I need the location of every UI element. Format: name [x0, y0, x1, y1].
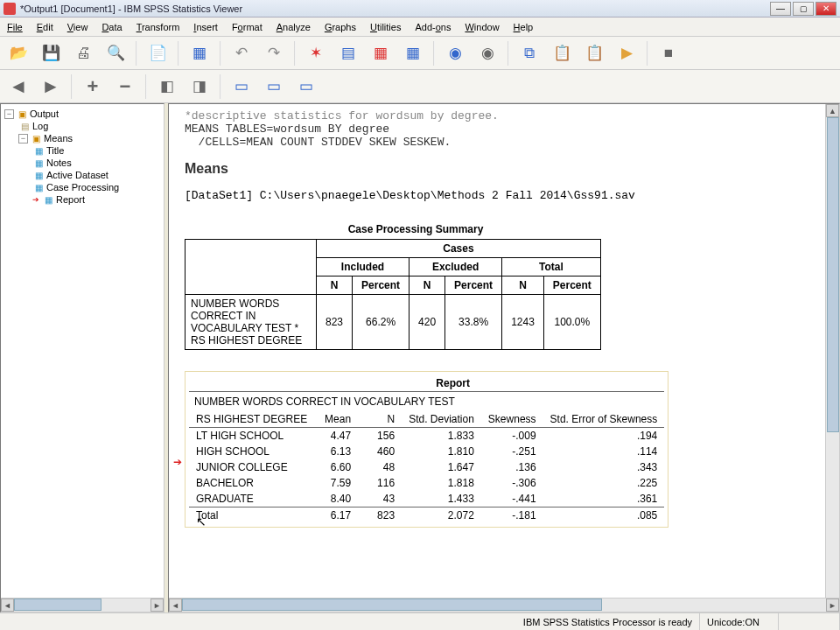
scroll-right-icon[interactable]: ► — [826, 598, 839, 612]
nav-forward-button[interactable]: ► — [36, 74, 66, 100]
case-row-label: NUMBER WORDS CORRECT IN VOCABULARY TEST … — [186, 295, 317, 350]
show-button[interactable]: ▭ — [227, 74, 256, 100]
outline-hscroll[interactable]: ◄ ► — [1, 598, 164, 612]
scroll-left-icon[interactable]: ◄ — [1, 598, 14, 612]
menu-data[interactable]: Data — [94, 19, 129, 35]
maximize-button[interactable] — [793, 2, 814, 16]
tree-title[interactable]: ▦ Title — [32, 144, 160, 157]
scroll-up-icon[interactable]: ▲ — [826, 104, 839, 117]
cell-sd: 1.647 — [402, 459, 481, 475]
menu-window[interactable]: Window — [458, 19, 506, 35]
script-icon: ▶ — [621, 44, 633, 62]
table-row[interactable]: HIGH SCHOOL6.134601.810-.251.114 — [189, 444, 664, 459]
report-selected-frame[interactable]: ➔ Report NUMBER WORDS CORRECT IN VOCABUL… — [185, 371, 668, 528]
globe2-button[interactable]: ◉ — [472, 40, 502, 66]
recall-dialog-button[interactable]: ▦ — [185, 40, 214, 66]
content-vscroll[interactable]: ▲ — [825, 104, 839, 598]
titlebar: *Output1 [Document1] - IBM SPSS Statisti… — [0, 0, 840, 18]
tree-log[interactable]: ▤ Log — [18, 120, 160, 132]
table-row[interactable]: GRADUATE8.40431.433-.441.361 — [189, 491, 664, 508]
tree-case-processing[interactable]: ▦ Case Processing — [32, 181, 160, 193]
collapse-toggle-icon[interactable]: − — [18, 134, 28, 144]
scroll-left-icon[interactable]: ◄ — [169, 598, 182, 612]
menu-addons[interactable]: Add-ons — [408, 19, 458, 35]
table-row[interactable]: BACHELOR7.591161.818-.306.225 — [189, 475, 664, 491]
menu-analyze[interactable]: Analyze — [270, 19, 318, 35]
print-button[interactable]: 🖨 — [68, 40, 98, 66]
hide-button[interactable]: ▭ — [259, 74, 289, 100]
menu-utilities[interactable]: Utilities — [363, 19, 408, 35]
stop-button[interactable]: ■ — [654, 40, 683, 66]
menu-file[interactable]: File — [0, 19, 30, 35]
report-table[interactable]: RS HIGHEST DEGREE Mean N Std. Deviation … — [189, 411, 664, 523]
menu-insert[interactable]: Insert — [186, 19, 225, 35]
variables-button[interactable]: ▦ — [366, 40, 396, 66]
clipboard-button[interactable]: 📋 — [547, 40, 577, 66]
tree-report[interactable]: ➔ ▦ Report — [32, 193, 160, 206]
outline-pane[interactable]: − ▣ Output ▤ Log − ▣ Means ▦ Title ▦ Not… — [0, 103, 164, 612]
folder-open-icon: 📂 — [10, 44, 28, 62]
cell-label: GRADUATE — [189, 491, 314, 508]
demote-button[interactable]: − — [110, 74, 140, 100]
promote-button[interactable]: + — [78, 74, 108, 100]
run-script-button[interactable]: ▶ — [612, 40, 641, 66]
scroll-thumb[interactable] — [182, 598, 602, 611]
cell-label: LT HIGH SCHOOL — [189, 428, 314, 444]
cell-sesk: .225 — [543, 475, 665, 491]
menu-edit[interactable]: Edit — [30, 19, 60, 35]
collapse-toggle-icon[interactable]: − — [4, 109, 14, 119]
status-empty — [779, 613, 840, 630]
globe-button[interactable]: ◉ — [440, 40, 470, 66]
scroll-right-icon[interactable]: ► — [150, 598, 164, 612]
syntax-block: *descriptive statistics for wordsum by d… — [185, 109, 823, 149]
tree-means-label: Means — [44, 133, 73, 144]
expand-button[interactable]: ◨ — [185, 74, 214, 100]
menu-graphs[interactable]: Graphs — [318, 19, 363, 35]
tree-active-dataset[interactable]: ▦ Active Dataset — [32, 169, 160, 181]
undo-button[interactable]: ↶ — [227, 40, 256, 66]
col-group: RS HIGHEST DEGREE — [189, 411, 314, 428]
grid-icon: ▤ — [341, 44, 355, 62]
content-pane[interactable]: *descriptive statistics for wordsum by d… — [168, 103, 840, 612]
table-row[interactable]: JUNIOR COLLEGE6.60481.647.136.343 — [189, 459, 664, 475]
content-hscroll[interactable]: ◄ ► — [169, 598, 839, 612]
minimize-button[interactable] — [770, 2, 791, 16]
insert-heading-button[interactable]: ▭ — [291, 74, 321, 100]
cell-skew: -.441 — [481, 491, 543, 508]
tree-notes[interactable]: ▦ Notes — [32, 157, 160, 169]
tree-output[interactable]: − ▣ Output — [4, 108, 160, 120]
table-icon: ▦ — [32, 182, 45, 192]
globe2-icon: ◉ — [481, 44, 494, 62]
cell-mean: 7.59 — [314, 475, 358, 491]
export-button[interactable]: 📄 — [143, 40, 172, 66]
save-button[interactable]: 💾 — [36, 40, 66, 66]
row-marker-icon: ➔ — [173, 456, 182, 468]
scroll-thumb[interactable] — [827, 117, 839, 432]
print-preview-button[interactable]: 🔍 — [101, 40, 130, 66]
menu-format[interactable]: Format — [225, 19, 270, 35]
goto-case-button[interactable]: ▤ — [333, 40, 363, 66]
menu-help[interactable]: Help — [507, 19, 541, 35]
tree-means[interactable]: − ▣ Means — [18, 132, 160, 144]
designate-window-button[interactable]: ⧉ — [514, 40, 544, 66]
menu-transform[interactable]: Transform — [130, 19, 187, 35]
expand-icon: ◨ — [192, 77, 206, 95]
redo-button[interactable]: ↷ — [259, 40, 289, 66]
menu-file-label: ile — [13, 22, 23, 32]
nav-back-button[interactable]: ◄ — [4, 74, 33, 100]
arrow-right-icon: ► — [41, 75, 60, 98]
arrow-left-icon: ◄ — [9, 75, 28, 98]
collapse-button[interactable]: ◧ — [152, 74, 182, 100]
menu-view[interactable]: View — [60, 19, 95, 35]
log-icon: ▤ — [18, 121, 31, 131]
col-excluded: Excluded — [410, 258, 502, 276]
table-row[interactable]: LT HIGH SCHOOL4.471561.833-.009.194 — [189, 428, 664, 444]
open-button[interactable]: 📂 — [4, 40, 33, 66]
goto-data-button[interactable]: ✶ — [301, 40, 331, 66]
select-cases-button[interactable]: ▦ — [398, 40, 428, 66]
clipboard2-button[interactable]: 📋 — [579, 40, 609, 66]
close-button[interactable] — [816, 2, 836, 16]
scroll-thumb[interactable] — [14, 598, 102, 611]
report-caption: Report — [189, 375, 664, 391]
case-summary-table[interactable]: Cases Included Excluded Total N Percent … — [185, 239, 601, 350]
